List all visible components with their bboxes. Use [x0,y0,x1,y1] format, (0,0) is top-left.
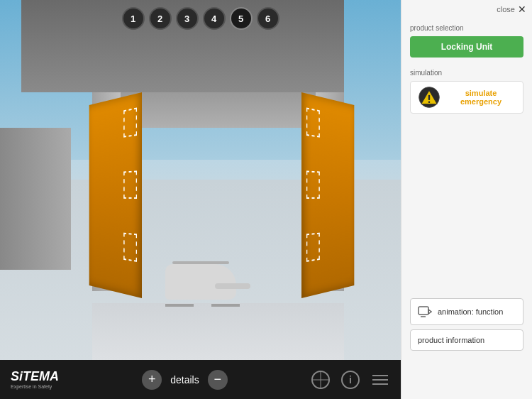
bottom-right-icons: i [311,370,390,390]
step-buttons: 1 2 3 4 5 6 [122,7,279,30]
hamburger-line-2 [372,379,388,381]
globe-button[interactable] [311,370,331,390]
hangar-door-right [301,92,354,298]
left-side-structure [0,128,71,270]
animation-function-label: animation: function [438,307,503,316]
panel-spacer [401,119,532,293]
product-information-label: product information [418,336,484,344]
animation-icon [418,305,432,319]
svg-rect-2 [428,95,430,100]
warning-triangle-icon [418,86,440,109]
sitema-logo: SiTEMA Expertise in Safety [11,369,59,390]
close-icon: ✕ [518,4,526,15]
panel-header: close ✕ [401,0,532,18]
logo-text: SiTEMA [11,369,59,384]
step-button-6[interactable]: 6 [257,7,279,30]
locking-bracket-right-top [306,107,320,137]
product-selection-label: product selection [410,24,523,32]
locking-unit-button[interactable]: Locking Unit [410,36,523,58]
zoom-in-button[interactable]: + [142,370,162,390]
helicopter-body [165,264,236,300]
simulation-label: simulation [410,69,523,77]
helicopter-skid-right [211,304,240,307]
helicopter-model [151,229,250,314]
info-icon: i [341,371,360,389]
panel-bottom-buttons: animation: function product information [401,293,532,356]
menu-button[interactable] [370,370,390,390]
product-information-button[interactable]: product information [410,329,523,351]
locking-bracket-left-bot [123,233,137,262]
helicopter-tail [215,283,250,289]
details-label: details [170,374,199,386]
locking-bracket-right-mid [306,170,320,199]
zoom-controls: + details − [142,370,227,390]
info-button[interactable]: i [340,370,360,390]
simulate-emergency-button[interactable]: simulate emergency [410,81,523,114]
product-selection-section: product selection Locking Unit [401,18,532,63]
step-button-2[interactable]: 2 [149,7,172,30]
helicopter-skid-left [165,304,194,307]
locking-bracket-right-bot [306,233,320,262]
hangar-door-left [89,92,142,298]
locking-bracket-left-mid [123,170,137,199]
svg-rect-4 [419,307,428,315]
close-label: close [497,5,515,13]
zoom-out-button[interactable]: − [208,370,228,390]
app-container: 1 2 3 4 5 6 SiTEMA Expertise in Safety +… [0,0,532,399]
simulate-emergency-label: simulate emergency [446,89,516,106]
close-button[interactable]: close ✕ [497,4,526,15]
step-button-5[interactable]: 5 [230,7,253,30]
globe-icon [311,371,330,389]
step-button-4[interactable]: 4 [203,7,226,30]
hamburger-line-1 [372,375,388,376]
svg-rect-3 [428,102,430,103]
step-button-1[interactable]: 1 [122,7,145,30]
right-panel: close ✕ product selection Locking Unit s… [401,0,532,399]
3d-viewport: 1 2 3 4 5 6 SiTEMA Expertise in Safety +… [0,0,401,399]
locking-bracket-left-top [123,107,137,137]
bottom-toolbar: SiTEMA Expertise in Safety + details − i [0,360,401,399]
step-button-3[interactable]: 3 [176,7,199,30]
hamburger-line-3 [372,383,388,385]
animation-function-button[interactable]: animation: function [410,298,523,325]
logo-subtext: Expertise in Safety [11,384,59,390]
simulation-section: simulation simulate emergency [401,63,532,119]
